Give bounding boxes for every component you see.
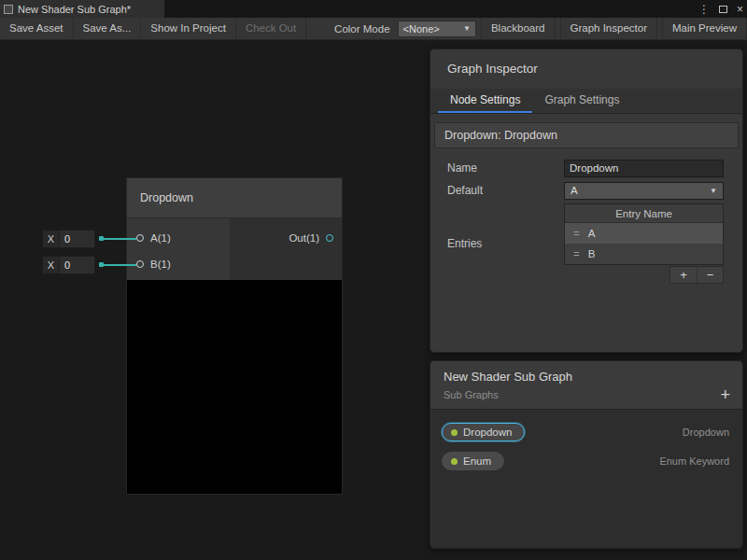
port-out-label: Out(1) [289,232,319,244]
node-title[interactable]: Dropdown [126,177,343,218]
constant-a-value-field[interactable]: 0 [60,230,95,248]
port-b-circle-icon[interactable] [136,260,144,268]
exposed-dot-icon [451,458,458,465]
shader-graph-icon [4,5,13,14]
entries-row: Entries Entry Name = A = B + [447,203,724,284]
graph-inspector-panel: Graph Inspector Node Settings Graph Sett… [430,49,743,353]
title-bar: New Shader Sub Graph* ⋮ × [0,0,747,18]
inspector-tabs: Node Settings Graph Settings [430,89,742,114]
enum-property-label: Enum [463,455,491,467]
tab-graph-settings[interactable]: Graph Settings [532,89,631,113]
blackboard-item-dropdown: Dropdown Dropdown [430,423,742,441]
blackboard-panel: New Shader Sub Graph Sub Graphs + Dropdo… [430,360,743,549]
tab-node-settings[interactable]: Node Settings [438,89,532,113]
check-out-button: Check Out [236,18,306,40]
node-settings-section-title: Dropdown: Dropdown [434,122,739,148]
port-a-label: A(1) [150,232,171,244]
dropdown-property-type: Dropdown [683,427,729,438]
blackboard-item-enum: Enum Enum Keyword [430,452,742,470]
exposed-dot-icon [451,429,458,436]
name-row: Name [447,159,724,177]
entry-row-a[interactable]: = A [565,223,723,244]
entry-a-name: A [588,223,596,244]
document-tab[interactable]: New Shader Sub Graph* [0,0,164,18]
constant-input-b: X 0 [42,256,95,274]
node-preview [126,280,343,495]
port-b[interactable]: B(1) [127,251,230,277]
blackboard-subtitle: Sub Graphs [444,389,729,400]
color-mode-value: <None> [403,23,440,35]
maximize-icon[interactable] [719,6,727,13]
entries-list-footer: + − [564,265,724,284]
constant-b-value-field[interactable]: 0 [60,256,95,274]
name-label: Name [447,161,564,175]
enum-property-type: Enum Keyword [659,455,729,467]
default-dropdown-value: A [571,185,578,196]
drag-handle-icon[interactable]: = [573,223,580,244]
show-in-project-button[interactable]: Show In Project [141,18,236,40]
chevron-down-icon: ▼ [710,187,717,195]
save-asset-button[interactable]: Save Asset [0,18,74,40]
add-property-button[interactable]: + [720,386,730,403]
dropdown-property-pill[interactable]: Dropdown [442,423,525,441]
window-controls: ⋮ × [698,0,743,18]
enum-property-pill[interactable]: Enum [442,452,504,470]
close-icon[interactable]: × [737,3,743,16]
port-b-label: B(1) [150,259,171,270]
blackboard-toggle-button[interactable]: Blackboard [481,18,556,40]
default-dropdown[interactable]: A ▼ [564,182,724,200]
port-out[interactable]: Out(1) [230,225,342,251]
constant-a-axis-label: X [42,230,60,248]
drag-handle-icon[interactable]: = [573,244,580,264]
port-a[interactable]: A(1) [127,225,230,251]
document-tab-title: New Shader Sub Graph* [18,4,131,15]
name-input[interactable] [564,160,724,177]
entry-b-name: B [588,244,596,264]
graph-toolbar: Save Asset Save As... Show In Project Ch… [0,18,747,40]
blackboard-header: New Shader Sub Graph Sub Graphs + [430,361,742,410]
menu-icon[interactable]: ⋮ [698,3,710,16]
node-output-ports: Out(1) [230,218,342,280]
entries-label: Entries [447,203,564,284]
entry-row-b[interactable]: = B [565,244,723,264]
color-mode-dropdown[interactable]: <None> ▼ [398,21,476,37]
node-body: A(1) B(1) Out(1) [126,218,343,280]
default-label: Default [447,184,564,197]
constant-b-axis-label: X [42,256,60,274]
node-input-ports: A(1) B(1) [127,218,230,280]
graph-inspector-toggle-button[interactable]: Graph Inspector [560,18,657,40]
chevron-down-icon: ▼ [463,24,471,33]
color-mode-label: Color Mode [327,23,397,35]
edge-a[interactable] [103,238,136,240]
node-settings-body: Name Default A ▼ Entries Entry Name = A [430,148,742,284]
edge-b[interactable] [103,264,136,266]
entries-list: Entry Name = A = B [564,203,724,265]
constant-input-a: X 0 [42,230,95,248]
add-entry-button[interactable]: + [670,267,697,283]
entries-list-header: Entry Name [565,204,723,223]
default-row: Default A ▼ [447,181,724,200]
dropdown-node[interactable]: Dropdown A(1) B(1) Out(1) [126,177,343,495]
save-as-button[interactable]: Save As... [74,18,142,40]
port-a-circle-icon[interactable] [136,234,144,242]
main-preview-toggle-button[interactable]: Main Preview [662,18,747,40]
dropdown-property-label: Dropdown [463,427,512,438]
blackboard-title: New Shader Sub Graph [444,370,729,384]
port-out-circle-icon[interactable] [326,234,333,242]
remove-entry-button[interactable]: − [697,267,723,283]
graph-inspector-title: Graph Inspector [430,49,742,89]
